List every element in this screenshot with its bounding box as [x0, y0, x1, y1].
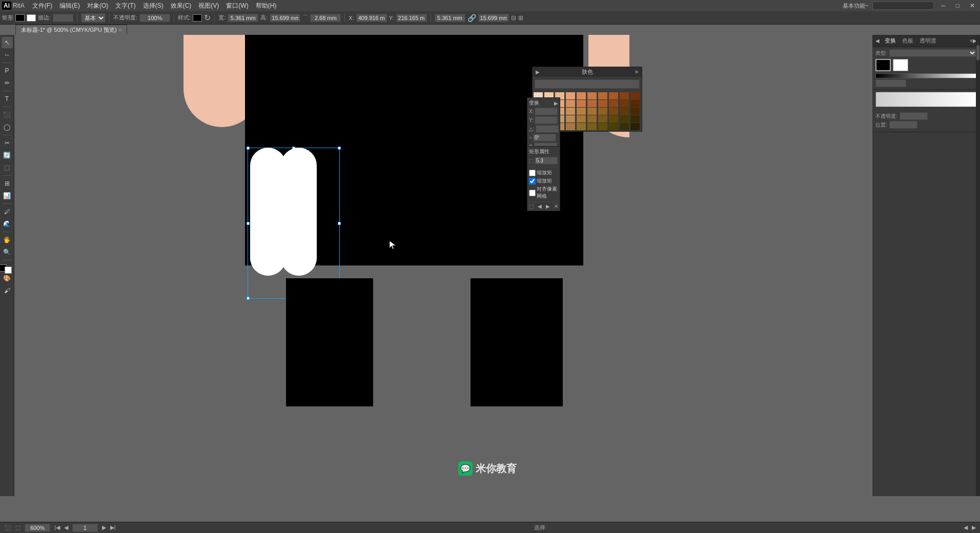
scale-rect-checkbox[interactable] [529, 170, 536, 176]
page-input[interactable]: 1 [72, 524, 98, 532]
right-panel-scrollbar[interactable] [976, 35, 980, 496]
swatch-cell[interactable] [598, 92, 607, 99]
h2-input[interactable]: 15.699 mm [478, 14, 509, 22]
swatch-cell[interactable] [587, 123, 597, 130]
status-nav-next[interactable]: ▶ [102, 524, 106, 531]
scale-tool[interactable]: ⬚ [2, 162, 13, 173]
rect-prev-btn[interactable]: ◀ [538, 203, 542, 209]
swatch-cell[interactable] [577, 123, 586, 130]
opacity-input[interactable]: 100% [139, 14, 170, 22]
scrollbar-thumb[interactable] [976, 45, 979, 60]
swatch-cell[interactable] [630, 108, 640, 115]
artboard-bottom-left[interactable] [286, 278, 373, 406]
y-input[interactable]: 216.165 mm [396, 14, 427, 22]
background-swatch[interactable] [5, 266, 12, 274]
swatch-cell[interactable] [620, 115, 629, 122]
transform-y-input[interactable] [535, 116, 558, 124]
rect-corner-input[interactable] [535, 157, 558, 165]
align-pixel-checkbox[interactable] [529, 190, 536, 196]
background-color-swatch[interactable] [893, 59, 908, 71]
direct-select-tool[interactable]: ↔ [2, 49, 13, 60]
swatch-cell[interactable] [587, 92, 597, 99]
maximize-button[interactable]: □ [953, 1, 963, 10]
stroke-style-select[interactable]: 基本 [81, 13, 106, 23]
style-swatch[interactable] [193, 14, 202, 22]
swatch-cell[interactable] [598, 115, 607, 122]
chart-tool[interactable]: 📊 [2, 190, 13, 201]
ellipse-tool[interactable]: ◯ [2, 121, 13, 133]
collapse-btn[interactable]: ▶ [536, 69, 540, 75]
swatch-cell[interactable] [566, 108, 575, 115]
swatch-cell[interactable] [609, 92, 618, 99]
menu-edit[interactable]: 编辑(E) [56, 1, 83, 11]
swatch-cell[interactable] [566, 92, 575, 99]
transform-rotate1-input[interactable] [533, 134, 556, 141]
swatch-cell[interactable] [620, 100, 629, 107]
swatch-cell[interactable] [587, 115, 597, 122]
right-tab-opacity[interactable]: 透明度 [916, 36, 940, 46]
blend-tool[interactable]: ⊞ [2, 178, 13, 189]
right-panel-collapse[interactable]: ◀ [875, 38, 880, 44]
menu-help[interactable]: 帮助(H) [253, 1, 280, 11]
swatch-cell[interactable] [620, 108, 629, 115]
menu-window[interactable]: 窗口(W) [223, 1, 251, 11]
color-value-input[interactable] [875, 79, 906, 87]
transform-x-input[interactable] [535, 108, 558, 115]
scale-rect2-checkbox[interactable] [529, 178, 536, 184]
w2-input[interactable]: 5.361 mm [435, 14, 465, 22]
corner-radius-input[interactable]: 2.68 mm [310, 14, 341, 22]
text-tool[interactable]: T [2, 93, 13, 105]
menu-view[interactable]: 视图(V) [195, 1, 222, 11]
type-select[interactable] [889, 49, 977, 57]
swatch-cell[interactable] [577, 100, 586, 107]
rect-next-btn[interactable]: ▶ [546, 203, 550, 209]
swatch-cell[interactable] [577, 115, 586, 122]
width-input[interactable]: 5.361 mm [228, 14, 258, 22]
swatch-cell[interactable] [620, 92, 629, 99]
swatch-cell[interactable] [630, 123, 640, 130]
transform-expand-btn[interactable]: ▶ [554, 100, 558, 106]
rect-close-btn[interactable]: ✕ [554, 203, 558, 209]
swatch-cell[interactable] [609, 115, 618, 122]
large-color-display[interactable] [875, 92, 977, 107]
swatch-cell[interactable] [620, 123, 629, 130]
opacity-input[interactable] [900, 112, 928, 120]
status-arrow-left[interactable]: ◀ [964, 524, 968, 531]
menu-select[interactable]: 选择(S) [140, 1, 167, 11]
position-input[interactable] [889, 121, 917, 129]
status-nav-prev[interactable]: ◀ [64, 524, 68, 531]
swatch-cell[interactable] [566, 100, 575, 107]
pen-tool[interactable]: P [2, 65, 13, 76]
minimize-button[interactable]: ─ [938, 1, 949, 10]
color-panel-close-btn[interactable]: ✕ [635, 69, 639, 75]
artboard-bottom-right[interactable] [471, 278, 563, 406]
handle-bl[interactable] [247, 297, 250, 300]
brush-tool[interactable]: 🖊 [2, 206, 13, 217]
menu-text[interactable]: 文字(T) [112, 1, 138, 11]
zoom-input[interactable]: 600% [25, 524, 50, 532]
swatch-cell[interactable] [577, 108, 586, 115]
transform-w-input[interactable] [536, 125, 559, 133]
swatch-cell[interactable] [587, 108, 597, 115]
swatch-cell[interactable] [630, 92, 640, 99]
swatch-cell[interactable] [577, 92, 586, 99]
right-tab-transform[interactable]: 变换 [882, 36, 899, 46]
x-input[interactable]: 409.916 mm [356, 14, 387, 22]
warp-tool[interactable]: 🌊 [2, 218, 13, 230]
hand-tool[interactable]: 🖐 [2, 234, 13, 245]
swatch-cell[interactable] [566, 115, 575, 122]
menu-file[interactable]: 文件(F) [29, 1, 55, 11]
swatch-cell[interactable] [630, 115, 640, 122]
swatch-cell[interactable] [598, 123, 607, 130]
menu-object[interactable]: 对象(O) [84, 1, 111, 11]
document-tab[interactable]: 未标题-1* @ 500% (CMYK/GPU 预览) × [15, 25, 127, 35]
height-input[interactable]: 15.699 mm [270, 14, 300, 22]
rotate-tool[interactable]: 🔄 [2, 150, 13, 161]
gradient-tool[interactable]: 🎨 [2, 273, 13, 284]
zoom-tool[interactable]: 🔍 [2, 247, 13, 258]
tab-close-button[interactable]: × [119, 27, 122, 33]
rect-tool[interactable]: ⬛ [2, 109, 13, 120]
color-search-input[interactable] [535, 79, 640, 89]
stroke-input[interactable] [53, 14, 73, 22]
swatch-cell[interactable] [598, 108, 607, 115]
